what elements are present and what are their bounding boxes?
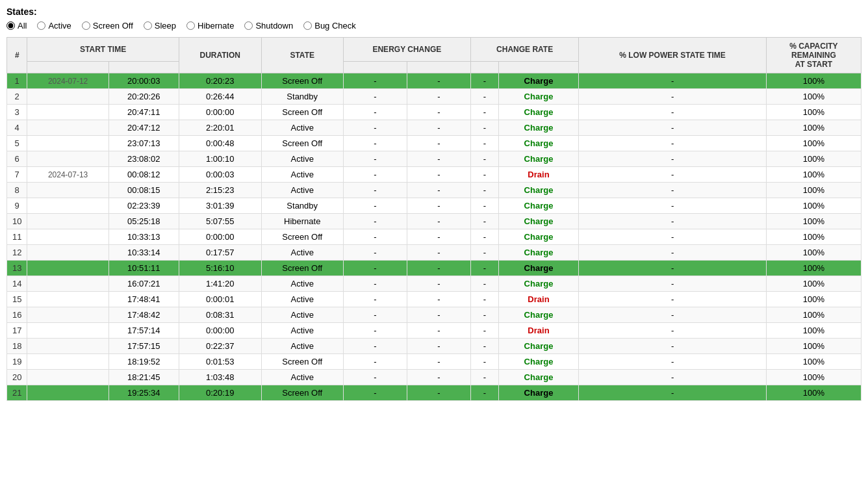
cell-cr1: - — [470, 167, 498, 183]
cell-ec1: - — [343, 136, 407, 151]
radio-shutdown[interactable] — [244, 21, 253, 30]
cell-num: 15 — [7, 292, 27, 307]
cell-cap: 100% — [766, 245, 861, 261]
cell-cr2: Charge — [498, 339, 579, 354]
cell-ec2: - — [407, 307, 470, 323]
cell-state: Active — [261, 167, 343, 183]
cell-date — [27, 151, 108, 167]
cell-duration: 0:17:57 — [179, 245, 261, 261]
cell-state: Screen Off — [261, 229, 343, 245]
col-duration: DURATION — [179, 38, 261, 73]
cell-ec2: - — [407, 261, 470, 276]
radio-screenoff[interactable] — [82, 21, 90, 30]
cell-cap: 100% — [766, 370, 861, 385]
cell-duration: 0:01:53 — [179, 354, 261, 370]
cell-num: 6 — [7, 151, 27, 167]
cell-ec2: - — [407, 89, 470, 105]
cell-cap: 100% — [766, 167, 861, 183]
col-change-rate: CHANGE RATE — [470, 38, 578, 62]
cell-lp: - — [579, 307, 766, 323]
cell-lp: - — [579, 214, 766, 229]
filter-option-hibernate[interactable]: Hibernate — [186, 21, 234, 31]
cell-cr2: Charge — [498, 276, 579, 292]
cell-time: 10:51:11 — [108, 261, 179, 276]
radio-all[interactable] — [6, 21, 15, 30]
radio-active[interactable] — [37, 21, 45, 30]
radio-bugcheck[interactable] — [303, 21, 312, 30]
cell-cap: 100% — [766, 276, 861, 292]
cell-ec1: - — [343, 151, 407, 167]
cell-date — [27, 385, 108, 401]
cell-cr2: Charge — [498, 214, 579, 229]
cell-date — [27, 339, 108, 354]
cell-cap: 100% — [766, 120, 861, 136]
cell-lp: - — [579, 183, 766, 198]
cell-ec1: - — [343, 89, 407, 105]
filter-option-sleep[interactable]: Sleep — [144, 21, 176, 31]
cell-duration: 2:20:01 — [179, 120, 261, 136]
cell-cr2: Charge — [498, 73, 579, 89]
radio-sleep[interactable] — [144, 21, 152, 30]
cell-duration: 1:41:20 — [179, 276, 261, 292]
cell-date — [27, 323, 108, 339]
cell-cr2: Charge — [498, 136, 579, 151]
table-row: 15 17:48:41 0:00:01 Active - - - Drain -… — [7, 292, 862, 307]
cell-ec2: - — [407, 339, 470, 354]
cell-cr2: Charge — [498, 307, 579, 323]
cell-date — [27, 276, 108, 292]
filter-option-screenoff[interactable]: Screen Off — [82, 21, 133, 31]
cell-ec2: - — [407, 151, 470, 167]
cell-time: 20:20:26 — [108, 89, 179, 105]
cell-state: Screen Off — [261, 354, 343, 370]
cell-num: 17 — [7, 323, 27, 339]
cell-duration: 5:07:55 — [179, 214, 261, 229]
cell-cr1: - — [470, 354, 498, 370]
cell-cr2: Charge — [498, 198, 579, 214]
filter-option-active[interactable]: Active — [37, 21, 71, 31]
table-row: 16 17:48:42 0:08:31 Active - - - Charge … — [7, 307, 862, 323]
col-capacity: % CAPACITYREMAININGAT START — [766, 38, 861, 73]
filter-option-all[interactable]: All — [6, 21, 27, 31]
col-time — [108, 62, 179, 73]
filter-option-shutdown[interactable]: Shutdown — [244, 21, 293, 31]
cell-ec2: - — [407, 229, 470, 245]
cell-date — [27, 183, 108, 198]
col-state: STATE — [261, 38, 343, 73]
cell-date — [27, 136, 108, 151]
cell-cr2: Charge — [498, 261, 579, 276]
radio-hibernate[interactable] — [186, 21, 195, 30]
cell-num: 8 — [7, 183, 27, 198]
filter-row: AllActiveScreen OffSleepHibernateShutdow… — [6, 21, 862, 31]
filter-option-bugcheck[interactable]: Bug Check — [303, 21, 356, 31]
cell-cr2: Drain — [498, 292, 579, 307]
cell-cr1: - — [470, 245, 498, 261]
col-ec1 — [343, 62, 407, 73]
cell-state: Active — [261, 370, 343, 385]
col-energy-change: ENERGY CHANGE — [343, 38, 470, 62]
cell-date — [27, 261, 108, 276]
cell-state: Active — [261, 276, 343, 292]
cell-duration: 2:15:23 — [179, 183, 261, 198]
cell-ec1: - — [343, 276, 407, 292]
cell-state: Screen Off — [261, 261, 343, 276]
cell-cr1: - — [470, 292, 498, 307]
filter-label-active: Active — [48, 21, 71, 31]
cell-ec2: - — [407, 105, 470, 120]
cell-date — [27, 229, 108, 245]
col-date — [27, 62, 108, 73]
cell-num: 14 — [7, 276, 27, 292]
cell-ec2: - — [407, 370, 470, 385]
cell-cap: 100% — [766, 183, 861, 198]
cell-date — [27, 307, 108, 323]
cell-ec1: - — [343, 339, 407, 354]
cell-lp: - — [579, 323, 766, 339]
cell-duration: 0:22:37 — [179, 339, 261, 354]
cell-cap: 100% — [766, 339, 861, 354]
cell-time: 20:47:11 — [108, 105, 179, 120]
cell-date — [27, 354, 108, 370]
cell-duration: 0:00:48 — [179, 136, 261, 151]
cell-duration: 0:26:44 — [179, 89, 261, 105]
table-row: 11 10:33:13 0:00:00 Screen Off - - - Cha… — [7, 229, 862, 245]
cell-lp: - — [579, 354, 766, 370]
cell-date — [27, 214, 108, 229]
